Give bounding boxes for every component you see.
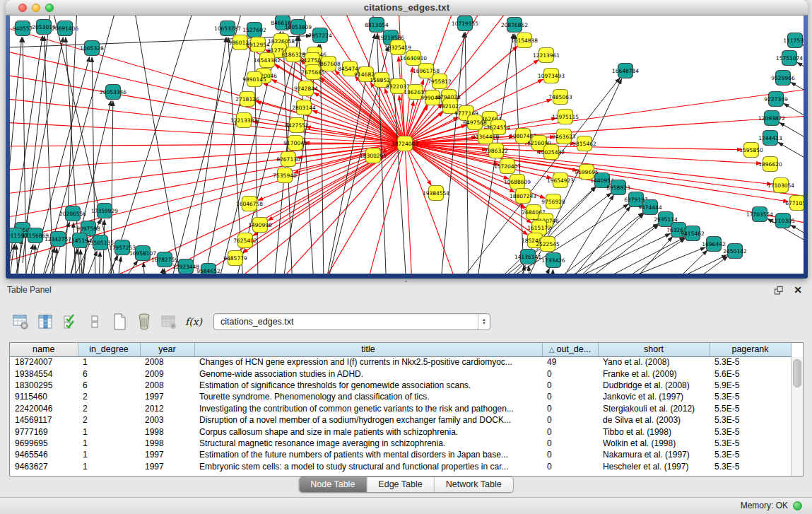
graph-node[interactable]: 19384554 <box>423 186 449 201</box>
table-cell[interactable]: Franke et al. (2009) <box>598 368 710 379</box>
graph-node[interactable]: 7485063 <box>548 90 572 105</box>
table-cell[interactable]: Yano et al. (2008) <box>598 356 710 368</box>
graph-node[interactable]: 20206556 <box>59 206 86 221</box>
network-canvas[interactable]: 9405572053019206914061065328200533461065… <box>10 16 804 274</box>
attribute-table[interactable]: namein_degreeyeartitle△out_de...shortpag… <box>10 343 792 472</box>
column-header-short[interactable]: short <box>598 343 710 356</box>
table-cell[interactable]: 9465546 <box>10 449 78 460</box>
table-row[interactable]: 1938455462009Genome-wide association stu… <box>10 368 791 379</box>
graph-node[interactable]: 940557 <box>13 21 33 36</box>
table-cell[interactable]: Structural magnetic resonance image aver… <box>194 438 542 449</box>
table-cell[interactable]: 0 <box>542 449 598 460</box>
table-cell[interactable]: 2 <box>78 403 140 414</box>
table-cell[interactable]: 5.3E-5 <box>710 449 791 460</box>
graph-node[interactable]: 1527602 <box>242 23 266 37</box>
table-cell[interactable]: Changes of HCN gene expression and I(f) … <box>194 356 542 368</box>
table-cell[interactable]: 6 <box>78 368 140 379</box>
table-cell[interactable]: 2012 <box>140 403 194 414</box>
table-cell[interactable]: 1 <box>78 461 140 472</box>
table-cell[interactable]: Investigating the contribution of common… <box>194 403 542 414</box>
graph-node[interactable]: 8267130 <box>276 152 300 167</box>
table-cell[interactable]: 9463627 <box>10 461 78 472</box>
function-builder-icon[interactable]: f(x) <box>184 313 203 331</box>
table-cell[interactable]: 6 <box>78 380 140 391</box>
graph-node[interactable]: 19654923 <box>547 173 574 188</box>
graph-node[interactable]: 10688609 <box>504 175 531 189</box>
graph-node[interactable]: 12975115 <box>552 110 579 124</box>
table-cell[interactable]: 1997 <box>140 449 194 460</box>
table-cell[interactable]: 5.3E-5 <box>710 356 791 368</box>
column-header-title[interactable]: title <box>194 343 542 356</box>
row-height-icon[interactable] <box>86 313 104 331</box>
table-cell[interactable]: Estimation of the future numbers of pati… <box>194 449 542 460</box>
graph-node[interactable]: 20053346 <box>100 85 126 100</box>
graph-node[interactable]: 1065328 <box>80 41 104 56</box>
create-table-icon[interactable] <box>110 313 129 331</box>
table-row[interactable]: 2242004622012Investigating the contribut… <box>10 403 791 414</box>
scrollbar-thumb[interactable] <box>793 359 801 387</box>
graph-node[interactable]: 7535940 <box>273 168 297 183</box>
graph-node[interactable]: 1896620 <box>758 157 782 172</box>
table-cell[interactable]: 14569117 <box>10 414 78 426</box>
graph-node[interactable]: 2450142 <box>723 244 747 259</box>
table-cell[interactable]: 0 <box>542 426 598 437</box>
graph-node[interactable]: 10653287 <box>214 21 241 36</box>
column-header-year[interactable]: year <box>140 343 194 356</box>
table-cell[interactable]: Dudbridge et al. (2008) <box>598 380 710 391</box>
graph-node[interactable]: 1595850 <box>739 143 763 158</box>
graph-node[interactable]: 10973493 <box>538 69 565 83</box>
delete-rows-icon[interactable] <box>135 313 153 331</box>
table-row[interactable]: 946554611997Estimation of the future num… <box>10 449 791 460</box>
tab-network-table[interactable]: Network Table <box>435 477 513 492</box>
table-row[interactable]: 969969511998Structural magnetic resonanc… <box>10 438 791 449</box>
table-cell[interactable]: 22420046 <box>10 403 78 414</box>
graph-node[interactable]: 16046758 <box>236 197 263 211</box>
table-cell[interactable]: Wolkin et al. (1998) <box>598 438 710 449</box>
graph-node[interactable]: 20876862 <box>501 18 528 33</box>
table-cell[interactable]: Jankovic et al. (1997) <box>598 391 710 402</box>
graph-node[interactable]: 9242844 <box>294 81 318 96</box>
graph-node[interactable]: 16648784 <box>612 64 639 78</box>
table-cell[interactable]: Disruption of a novel member of a sodium… <box>194 414 542 426</box>
table-cell[interactable]: 1 <box>78 426 140 437</box>
table-row[interactable]: 977716911998Corpus callosum shape and si… <box>10 426 791 437</box>
table-cell[interactable]: 2009 <box>140 368 194 379</box>
table-cell[interactable]: 0 <box>542 368 598 379</box>
table-row[interactable]: 1872400712008Changes of HCN gene express… <box>10 356 791 368</box>
table-cell[interactable]: Stergiakouli et al. (2012) <box>598 403 710 414</box>
table-settings-icon[interactable] <box>11 313 30 331</box>
table-cell[interactable]: 5.5E-5 <box>710 403 791 414</box>
table-cell[interactable]: 18300295 <box>10 380 78 391</box>
table-cell[interactable]: 9115460 <box>10 391 78 402</box>
table-row[interactable]: 946362711997Embryonic stem cells: a mode… <box>10 461 791 472</box>
table-cell[interactable]: 1 <box>78 438 140 449</box>
graph-node[interactable]: 1696442 <box>702 237 726 252</box>
table-select-dropdown[interactable]: citations_edges.txt▲▼ <box>213 313 490 330</box>
column-header-out_de[interactable]: △out_de... <box>542 343 598 356</box>
table-cell[interactable]: de Silva et al. (2003) <box>598 414 710 426</box>
graph-node[interactable]: 12213383 <box>230 113 257 128</box>
tab-edge-table[interactable]: Edge Table <box>367 477 434 492</box>
close-panel-icon[interactable]: ✕ <box>794 284 802 296</box>
table-cell[interactable]: 1 <box>78 449 140 460</box>
table-scrollbar[interactable] <box>791 357 803 476</box>
table-cell[interactable]: 2 <box>78 391 140 402</box>
graph-node[interactable]: 9485779 <box>223 251 247 266</box>
table-cell[interactable]: 49 <box>542 356 598 368</box>
table-cell[interactable]: 1997 <box>140 391 194 402</box>
float-panel-icon[interactable] <box>774 286 784 296</box>
table-cell[interactable]: 1997 <box>140 461 194 472</box>
table-cell[interactable]: 5.9E-5 <box>710 380 791 391</box>
column-header-pagerank[interactable]: pagerank <box>710 343 791 356</box>
table-cell[interactable]: 2003 <box>140 414 194 426</box>
show-columns-icon[interactable] <box>36 313 54 331</box>
table-cell[interactable]: Corpus callosum shape and size in male p… <box>194 426 542 437</box>
graph-node[interactable]: 12213961 <box>533 48 560 63</box>
graph-node[interactable]: 7857224 <box>308 28 332 43</box>
graph-node[interactable]: 10719155 <box>452 16 478 31</box>
table-cell[interactable]: 9699695 <box>10 438 78 449</box>
table-cell[interactable]: Tourette syndrome. Phenomenology and cla… <box>194 391 542 402</box>
graph-node[interactable]: 8813054 <box>365 18 389 33</box>
table-row[interactable]: 1456911722003Disruption of a novel membe… <box>10 414 791 426</box>
table-cell[interactable]: 1998 <box>140 426 194 437</box>
